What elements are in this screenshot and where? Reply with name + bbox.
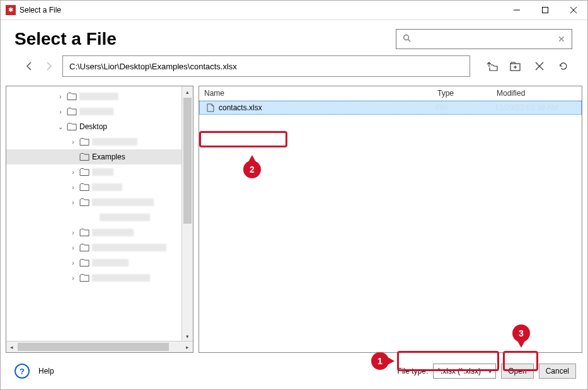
- tree-item-label-redacted: [79, 93, 118, 100]
- tree-item[interactable]: ›: [6, 240, 193, 255]
- chevron-icon[interactable]: ›: [69, 199, 77, 206]
- folder-tree-pane: ››⌄Desktop›Examples››››››› ▴ ▾ ◂ ▸: [6, 86, 193, 353]
- filetype-label: File type:: [398, 367, 429, 376]
- file-name: contacts.xlsx: [219, 103, 435, 112]
- search-input[interactable]: [416, 34, 553, 45]
- tree-item[interactable]: ›: [6, 104, 193, 119]
- new-folder-button[interactable]: [507, 57, 524, 75]
- minimize-button[interactable]: [502, 1, 531, 20]
- chevron-icon[interactable]: ›: [69, 169, 77, 176]
- titlebar: ✱ Select a File: [1, 1, 587, 20]
- back-button[interactable]: [22, 59, 36, 73]
- tree-item-label-redacted: [92, 229, 134, 236]
- chevron-icon[interactable]: ›: [69, 184, 77, 191]
- file-modified: 11/23/23 03:39 AM: [495, 103, 581, 112]
- refresh-button[interactable]: [555, 57, 572, 75]
- window-title: Select a File: [20, 6, 61, 14]
- help-icon[interactable]: ?: [14, 364, 30, 379]
- tree-item-label-redacted: [92, 183, 122, 191]
- chevron-icon[interactable]: ›: [69, 139, 77, 146]
- chevron-icon[interactable]: ›: [57, 93, 64, 100]
- chevron-icon[interactable]: ›: [69, 260, 77, 267]
- forward-button[interactable]: [42, 59, 56, 73]
- tree-item-label-redacted: [100, 214, 150, 221]
- column-modified[interactable]: Modified: [497, 89, 582, 98]
- tree-item[interactable]: [6, 210, 193, 225]
- svg-point-4: [404, 35, 409, 40]
- file-row[interactable]: contacts.xlsxFile11/23/23 03:39 AM: [199, 101, 582, 115]
- file-list-pane: Name Type Modified contacts.xlsxFile11/2…: [199, 86, 582, 353]
- filetype-value: *.xlsx (*.xlsx): [437, 367, 481, 376]
- file-type: File: [435, 103, 495, 112]
- up-folder-button[interactable]: [483, 57, 500, 75]
- tree-item-label-redacted: [92, 168, 113, 176]
- help-label[interactable]: Help: [38, 367, 54, 376]
- tree-item[interactable]: ›: [6, 89, 193, 104]
- tree-item-label-redacted: [92, 274, 150, 282]
- cancel-button[interactable]: Cancel: [539, 364, 576, 379]
- chevron-down-icon: ▾: [488, 368, 492, 375]
- maximize-button[interactable]: [531, 1, 559, 20]
- tree-item-label-redacted: [92, 259, 129, 267]
- tree-item[interactable]: ›: [6, 225, 193, 240]
- svg-line-5: [408, 40, 411, 42]
- path-input[interactable]: [62, 55, 470, 77]
- app-icon: ✱: [6, 5, 16, 15]
- tree-item-label-redacted: [92, 198, 154, 206]
- tree-item[interactable]: ⌄Desktop: [6, 119, 193, 134]
- svg-rect-1: [542, 8, 548, 13]
- search-box[interactable]: ✕: [396, 29, 572, 49]
- tree-vertical-scrollbar[interactable]: ▴ ▾: [182, 86, 193, 341]
- column-headers[interactable]: Name Type Modified: [199, 86, 582, 101]
- tree-item[interactable]: ›: [6, 270, 193, 285]
- tree-item[interactable]: Examples: [6, 149, 193, 164]
- tree-item-label-redacted: [92, 244, 166, 251]
- tree-item[interactable]: ›: [6, 195, 193, 210]
- tree-item[interactable]: ›: [6, 180, 193, 195]
- chevron-icon[interactable]: ›: [69, 229, 77, 236]
- close-button[interactable]: [559, 1, 587, 20]
- tree-item-label-redacted: [79, 108, 113, 115]
- clear-search-icon[interactable]: ✕: [558, 34, 565, 44]
- tree-item[interactable]: ›: [6, 255, 193, 270]
- tree-item[interactable]: ›: [6, 134, 193, 149]
- tree-item-label-redacted: [92, 138, 137, 146]
- search-icon: [403, 34, 411, 44]
- tree-item[interactable]: ›: [6, 164, 193, 180]
- page-title: Select a File: [14, 29, 117, 49]
- chevron-icon[interactable]: ›: [69, 244, 77, 251]
- filetype-select[interactable]: *.xlsx (*.xlsx) ▾: [433, 364, 496, 379]
- column-name[interactable]: Name: [199, 89, 437, 98]
- tree-item-label: Desktop: [79, 122, 107, 131]
- chevron-icon[interactable]: ⌄: [57, 123, 64, 130]
- delete-button[interactable]: [531, 57, 548, 75]
- tree-horizontal-scrollbar[interactable]: ◂ ▸: [6, 341, 193, 352]
- chevron-icon[interactable]: ›: [69, 275, 77, 282]
- column-type[interactable]: Type: [437, 89, 497, 98]
- tree-item-label: Examples: [92, 152, 125, 161]
- open-button[interactable]: Open: [501, 364, 533, 379]
- chevron-icon[interactable]: ›: [57, 108, 64, 115]
